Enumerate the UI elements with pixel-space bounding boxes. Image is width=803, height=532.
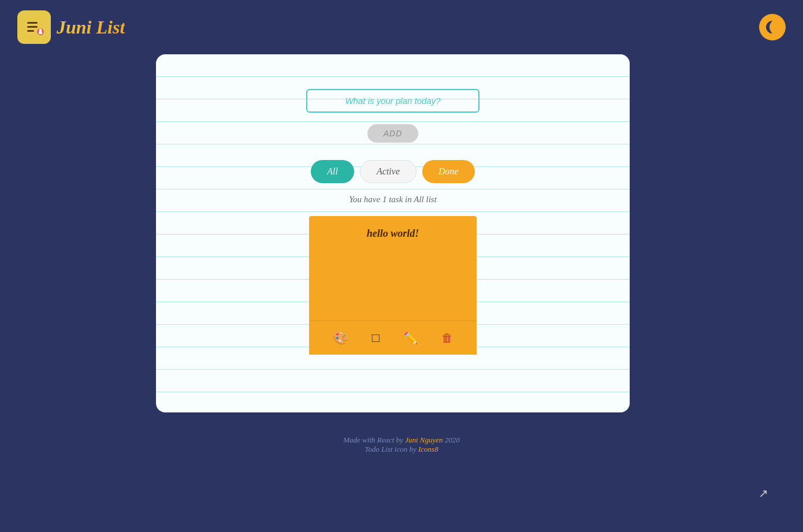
palette-icon: 🎨 (333, 330, 348, 345)
footer-year: 2020 (443, 436, 459, 444)
theme-icon (765, 20, 780, 35)
page-footer: Made with React by Juni Nguyen 2020 Todo… (0, 412, 803, 466)
logo-svg (23, 16, 45, 38)
footer-prefix: Made with React by (343, 436, 405, 444)
svg-rect-3 (27, 30, 34, 32)
main-card: ADD All Active Done You have 1 task in A… (156, 54, 630, 412)
main-content: ADD All Active Done You have 1 task in A… (0, 54, 803, 412)
svg-rect-1 (27, 22, 38, 24)
footer-line1: Made with React by Juni Nguyen 2020 (0, 436, 803, 445)
author-link[interactable]: Juni Nguyen (405, 436, 443, 444)
footer-icon-prefix: Todo List icon by (365, 445, 418, 453)
lined-paper: ADD All Active Done You have 1 task in A… (156, 54, 630, 412)
status-text: You have 1 task in All list (349, 195, 437, 204)
theme-toggle-button[interactable] (759, 14, 786, 40)
cursor-indicator: ↗ (759, 486, 768, 500)
delete-button[interactable]: 🗑 (439, 328, 455, 348)
task-card: hello world! 🎨 □ ✏️ 🗑 (309, 216, 477, 355)
logo-text: Juni List (57, 17, 125, 38)
task-title: hello world! (367, 228, 419, 240)
logo-area: Juni List (17, 10, 125, 44)
task-input[interactable] (306, 89, 479, 113)
checkbox-icon: □ (372, 330, 380, 345)
svg-rect-6 (39, 32, 42, 34)
edit-button[interactable]: ✏️ (401, 328, 420, 348)
pencil-icon: ✏️ (403, 332, 418, 344)
filter-all-button[interactable]: All (311, 160, 354, 183)
filter-active-button[interactable]: Active (360, 160, 417, 183)
task-card-footer: 🎨 □ ✏️ 🗑 (309, 321, 477, 355)
complete-button[interactable]: □ (370, 328, 382, 348)
logo-icon (17, 10, 51, 44)
add-button[interactable]: ADD (367, 124, 419, 143)
header: Juni List (0, 0, 803, 54)
card-content: ADD All Active Done You have 1 task in A… (156, 66, 630, 378)
svg-rect-2 (27, 26, 38, 28)
footer-line2: Todo List icon by Icons8 (0, 445, 803, 454)
filter-done-button[interactable]: Done (422, 160, 475, 183)
palette-button[interactable]: 🎨 (330, 328, 351, 348)
trash-icon: 🗑 (441, 332, 453, 344)
task-card-body: hello world! (309, 216, 477, 321)
icon-source-link[interactable]: Icons8 (418, 445, 438, 453)
filter-buttons: All Active Done (311, 160, 474, 183)
